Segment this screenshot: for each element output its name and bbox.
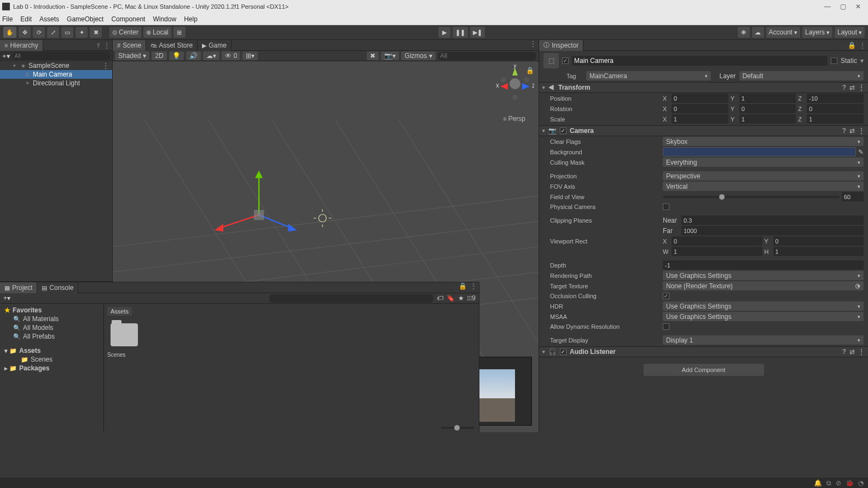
scene-tools-icon[interactable]: ✖ <box>367 51 379 60</box>
scene-visibility-toggle[interactable]: 👁 0 <box>222 51 241 60</box>
menu-gameobject[interactable]: GameObject <box>67 15 103 23</box>
occlusion-checkbox[interactable]: ✓ <box>663 293 669 299</box>
project-zoom-slider[interactable] <box>441 427 474 429</box>
account-dropdown[interactable]: Account ▾ <box>766 27 800 38</box>
projection-dropdown[interactable]: Perspective <box>663 171 864 181</box>
preset-icon[interactable]: ⇄ <box>849 127 855 135</box>
target-texture-field[interactable]: None (Render Texture)⊙ <box>663 281 864 291</box>
scene-menu-icon[interactable]: ⋮ <box>102 62 112 69</box>
hierarchy-pin-icon[interactable]: ⫯ <box>97 42 100 49</box>
move-tool[interactable]: ✥ <box>19 27 31 38</box>
hierarchy-item-main-camera[interactable]: ⊡Main Camera <box>0 70 112 79</box>
game-tab[interactable]: ▶ Game <box>198 40 232 51</box>
menu-assets[interactable]: Assets <box>39 15 59 23</box>
near-clip-field[interactable]: 0.3 <box>681 216 864 225</box>
menu-window[interactable]: Window <box>153 15 176 23</box>
assets-folder[interactable]: ▾ 📁 Assets <box>0 346 103 355</box>
viewport-y-field[interactable]: 0 <box>773 236 864 246</box>
hidden-packages-icon[interactable]: 👁̸9 <box>467 294 476 302</box>
favorite-icon[interactable]: ★ <box>458 294 464 302</box>
status-bell-icon[interactable]: 🔔 <box>814 479 822 487</box>
2d-toggle[interactable]: 2D <box>152 51 166 60</box>
clear-flags-dropdown[interactable]: Skybox <box>663 137 864 146</box>
dynres-checkbox[interactable] <box>663 323 669 330</box>
fav-all-models[interactable]: 🔍 All Models <box>0 323 103 332</box>
play-button[interactable]: ▶ <box>438 27 450 38</box>
menu-help[interactable]: Help <box>184 15 198 23</box>
background-color-field[interactable] <box>663 147 856 156</box>
camera-component-header[interactable]: ▾📷 ✓ Camera ?⇄⋮ <box>539 125 868 136</box>
hierarchy-menu-icon[interactable]: ⋮ <box>103 42 110 49</box>
camera-enabled-checkbox[interactable]: ✓ <box>560 127 566 134</box>
rotation-x-field[interactable]: 0 <box>672 104 728 113</box>
persp-label[interactable]: ≡ Persp <box>503 115 525 123</box>
scale-y-field[interactable]: 1 <box>739 114 796 124</box>
audio-listener-header[interactable]: ▾🎧 ✓ Audio Listener ?⇄⋮ <box>539 346 868 357</box>
rendering-path-dropdown[interactable]: Use Graphics Settings <box>663 271 864 280</box>
viewport-w-field[interactable]: 1 <box>672 247 762 256</box>
project-menu-icon[interactable]: ⋮ <box>470 282 477 293</box>
custom-tool[interactable]: ✖ <box>90 27 102 38</box>
gameobject-name-field[interactable] <box>572 56 828 66</box>
hierarchy-tab[interactable]: ≡ Hierarchy <box>0 40 43 51</box>
layers-dropdown[interactable]: Layers ▾ <box>802 27 832 38</box>
component-menu-icon[interactable]: ⋮ <box>858 348 865 356</box>
pause-button[interactable]: ❚❚ <box>453 27 468 38</box>
scene-row[interactable]: ▾◈SampleScene⋮ <box>0 61 112 70</box>
hierarchy-item-directional-light[interactable]: ☀Directional Light <box>0 79 112 88</box>
fov-axis-dropdown[interactable]: Vertical <box>663 182 864 191</box>
position-y-field[interactable]: 1 <box>739 94 796 103</box>
far-clip-field[interactable]: 1000 <box>681 226 864 235</box>
status-activity-icon[interactable]: ◔ <box>858 479 864 487</box>
scene-camera-dropdown[interactable]: 📷▾ <box>381 51 399 60</box>
add-component-button[interactable]: Add Component <box>644 364 764 376</box>
msaa-dropdown[interactable]: Use Graphics Settings <box>663 312 864 321</box>
help-icon[interactable]: ? <box>842 127 846 135</box>
step-button[interactable]: ▶❚ <box>470 27 485 38</box>
menu-file[interactable]: File <box>2 15 13 23</box>
layout-dropdown[interactable]: Layout ▾ <box>835 27 865 38</box>
culling-mask-dropdown[interactable]: Everything <box>663 158 864 167</box>
favorites-header[interactable]: ★ Favorites <box>0 306 103 315</box>
scale-tool[interactable]: ⤢ <box>47 27 59 38</box>
gizmos-dropdown[interactable]: Gizmos ▾ <box>401 51 436 60</box>
scene-grid-dropdown[interactable]: ⊞▾ <box>242 51 258 60</box>
rotate-tool[interactable]: ⟳ <box>33 27 45 38</box>
component-menu-icon[interactable]: ⋮ <box>858 84 865 91</box>
preset-icon[interactable]: ⇄ <box>849 348 855 356</box>
status-debug-icon[interactable]: 🐞 <box>846 479 854 487</box>
viewport-x-field[interactable]: 0 <box>672 236 762 246</box>
inspector-tab[interactable]: ⓘ Inspector <box>539 40 583 51</box>
status-layers-icon[interactable]: ⧉ <box>826 479 831 487</box>
hierarchy-create-dropdown[interactable]: +▾ <box>2 52 10 60</box>
hdr-dropdown[interactable]: Use Graphics Settings <box>663 301 864 311</box>
physical-camera-checkbox[interactable] <box>663 204 669 210</box>
scene-tab[interactable]: # Scene <box>113 40 146 51</box>
filter-by-label-icon[interactable]: 🔖 <box>447 294 455 302</box>
project-create-dropdown[interactable]: +▾ <box>3 294 10 302</box>
project-search[interactable] <box>269 294 433 303</box>
position-x-field[interactable]: 0 <box>672 94 728 103</box>
pivot-local-toggle[interactable]: ⊗ Local <box>143 27 171 38</box>
filter-by-type-icon[interactable]: 🏷 <box>437 294 443 302</box>
help-icon[interactable]: ? <box>842 348 846 356</box>
close-button[interactable]: ✕ <box>850 3 866 10</box>
static-checkbox[interactable] <box>831 57 837 64</box>
grid-snap-toggle[interactable]: ⊞ <box>173 27 186 38</box>
transform-component-header[interactable]: ▾⫷ Transform ?⇄⋮ <box>539 82 868 93</box>
inspector-menu-icon[interactable]: ⋮ <box>859 42 866 49</box>
tag-dropdown[interactable]: MainCamera <box>586 71 711 80</box>
menu-component[interactable]: Component <box>111 15 145 23</box>
scenes-folder[interactable]: 📁 Scenes <box>0 355 103 364</box>
scale-x-field[interactable]: 1 <box>672 114 728 124</box>
rect-tool[interactable]: ▭ <box>61 27 73 38</box>
hierarchy-search[interactable] <box>13 52 110 60</box>
scene-menu-icon[interactable]: ⋮ <box>530 40 536 50</box>
scene-fx-dropdown[interactable]: ☁▾ <box>203 51 219 60</box>
console-tab[interactable]: ▤ Console <box>37 282 78 293</box>
inspector-lock-icon[interactable]: 🔒 <box>848 42 856 49</box>
layer-dropdown[interactable]: Default <box>739 71 864 80</box>
packages-folder[interactable]: ▸ 📁 Packages <box>0 364 103 373</box>
fov-slider[interactable] <box>663 196 840 198</box>
collab-button[interactable]: ❋ <box>738 27 750 38</box>
